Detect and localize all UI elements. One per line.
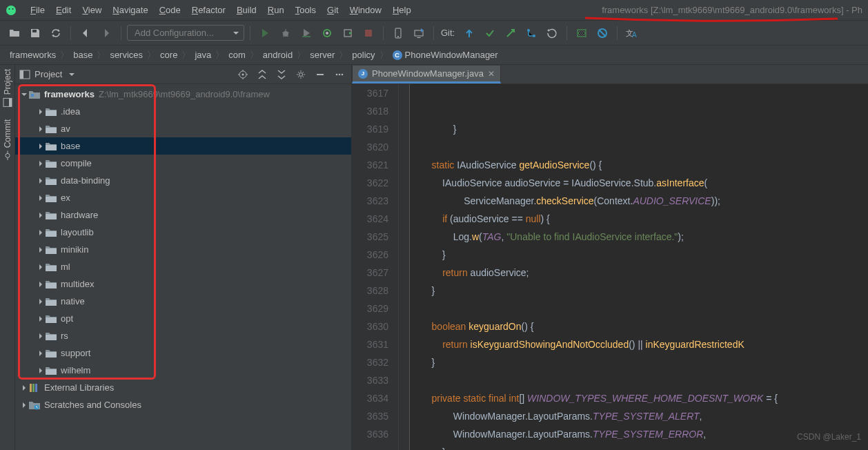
git-commit-button[interactable]: [481, 24, 499, 42]
code-line[interactable]: Log.w(TAG, "Unable to find IAudioService…: [421, 228, 868, 246]
git-rollback-button[interactable]: [543, 24, 561, 42]
run-button[interactable]: [256, 24, 274, 42]
expand-all-button[interactable]: [255, 67, 270, 82]
code-line[interactable]: }: [421, 246, 868, 264]
menu-run[interactable]: Run: [262, 5, 290, 15]
line-number[interactable]: 3632: [355, 353, 388, 371]
menu-refactor[interactable]: Refactor: [186, 5, 231, 15]
code-line[interactable]: }: [421, 353, 868, 371]
save-all-button[interactable]: [26, 24, 44, 42]
panel-settings-button[interactable]: [293, 67, 308, 82]
code-line[interactable]: }: [421, 120, 868, 138]
line-number[interactable]: 3618: [355, 102, 388, 120]
avd-manager-button[interactable]: [389, 24, 407, 42]
menu-navigate[interactable]: Navigate: [107, 5, 153, 15]
tree-scratches[interactable]: Scratches and Consoles: [15, 396, 351, 413]
close-tab-button[interactable]: ✕: [488, 69, 495, 79]
commit-tool-button[interactable]: Commit: [3, 119, 12, 160]
code-line[interactable]: if (audioService == null) {: [421, 210, 868, 228]
code-line[interactable]: [421, 300, 868, 317]
line-number[interactable]: 3619: [355, 120, 388, 138]
tree-item[interactable]: minikin: [15, 241, 351, 258]
sdk-manager-button[interactable]: [410, 24, 428, 42]
select-opened-file-button[interactable]: [235, 67, 250, 82]
menu-view[interactable]: View: [77, 5, 107, 15]
tree-item[interactable]: multidex: [15, 275, 351, 293]
tree-item[interactable]: base: [15, 137, 351, 155]
tree-item[interactable]: opt: [15, 310, 351, 327]
code-area[interactable]: 3617361836193620362136223623362436253626…: [352, 84, 868, 450]
panel-actions-button[interactable]: [332, 67, 347, 82]
profile-button[interactable]: [318, 24, 336, 42]
open-button[interactable]: [6, 24, 23, 42]
line-number[interactable]: 3621: [355, 156, 388, 174]
tree-item[interactable]: data-binding: [15, 172, 351, 189]
breadcrumb-item[interactable]: core: [157, 50, 180, 60]
sync-button[interactable]: [47, 24, 65, 42]
forward-button[interactable]: [97, 24, 115, 42]
menu-build[interactable]: Build: [231, 5, 262, 15]
tree-item[interactable]: native: [15, 293, 351, 310]
translate-button[interactable]: 文A: [623, 24, 641, 42]
tree-item[interactable]: compile: [15, 155, 351, 172]
attach-debugger-button[interactable]: [339, 24, 357, 42]
breadcrumb-item[interactable]: policy: [349, 50, 377, 60]
fold-strip[interactable]: [399, 84, 410, 450]
hide-panel-button[interactable]: [313, 67, 328, 82]
tree-item[interactable]: layoutlib: [15, 224, 351, 241]
collapse-all-button[interactable]: [274, 67, 289, 82]
debug-button[interactable]: [277, 24, 295, 42]
breadcrumb-item[interactable]: java: [192, 50, 214, 60]
tree-item[interactable]: av: [15, 120, 351, 137]
line-number[interactable]: 3624: [355, 210, 388, 228]
stop-button[interactable]: [359, 24, 377, 42]
tree-item[interactable]: wilhelm: [15, 362, 351, 379]
offline-mode-button[interactable]: [593, 24, 611, 42]
project-tool-button[interactable]: Project: [3, 69, 12, 107]
breadcrumb-item[interactable]: server: [307, 50, 337, 60]
run-config-combo[interactable]: Add Configuration...: [127, 25, 244, 41]
tree-external-libraries[interactable]: External Libraries: [15, 379, 351, 396]
line-number[interactable]: 3623: [355, 192, 388, 210]
coverage-button[interactable]: [297, 24, 315, 42]
breadcrumb-item[interactable]: base: [70, 50, 95, 60]
tree-item[interactable]: ex: [15, 189, 351, 206]
git-update-button[interactable]: [460, 24, 478, 42]
line-number[interactable]: 3628: [355, 282, 388, 300]
code-with-me-button[interactable]: [573, 24, 591, 42]
code-content[interactable]: } static IAudioService getAudioService()…: [410, 84, 868, 450]
menu-window[interactable]: Window: [344, 5, 387, 15]
code-line[interactable]: [421, 371, 868, 389]
tree-item[interactable]: ml: [15, 258, 351, 275]
line-number[interactable]: 3626: [355, 246, 388, 264]
line-number[interactable]: 3631: [355, 335, 388, 353]
git-push-button[interactable]: [502, 24, 520, 42]
menu-edit[interactable]: Edit: [50, 5, 77, 15]
code-line[interactable]: static IAudioService getAudioService() {: [421, 156, 868, 174]
line-number[interactable]: 3627: [355, 264, 388, 282]
code-line[interactable]: private static final int[] WINDOW_TYPES_…: [421, 389, 868, 407]
line-number[interactable]: 3622: [355, 174, 388, 192]
editor-tab[interactable]: J PhoneWindowManager.java ✕: [352, 66, 501, 84]
code-line[interactable]: return isKeyguardShowingAndNotOccluded()…: [421, 335, 868, 353]
line-number[interactable]: 3634: [355, 389, 388, 407]
tree-item[interactable]: support: [15, 344, 351, 362]
code-line[interactable]: [421, 138, 868, 156]
line-number[interactable]: 3620: [355, 138, 388, 156]
tree-root[interactable]: frameworksZ:\lm_mtk9669\mt9669_android9.…: [15, 86, 351, 103]
menu-git[interactable]: Git: [322, 5, 344, 15]
breadcrumb-item[interactable]: frameworks: [7, 50, 59, 60]
tree-item[interactable]: hardware: [15, 206, 351, 224]
code-line[interactable]: boolean keyguardOn() {: [421, 317, 868, 335]
breadcrumb-item[interactable]: android: [260, 50, 295, 60]
tree-item[interactable]: rs: [15, 327, 351, 344]
menu-file[interactable]: File: [25, 5, 50, 15]
breadcrumb-item[interactable]: services: [107, 50, 146, 60]
code-line[interactable]: return audioService;: [421, 264, 868, 282]
code-line[interactable]: IAudioService audioService = IAudioServi…: [421, 174, 868, 192]
code-line[interactable]: ServiceManager.checkService(Context.AUDI…: [421, 192, 868, 210]
line-number[interactable]: 3617: [355, 84, 388, 102]
code-line[interactable]: WindowManager.LayoutParams.TYPE_SYSTEM_A…: [421, 407, 868, 425]
line-number[interactable]: 3633: [355, 371, 388, 389]
menu-help[interactable]: Help: [387, 5, 417, 15]
